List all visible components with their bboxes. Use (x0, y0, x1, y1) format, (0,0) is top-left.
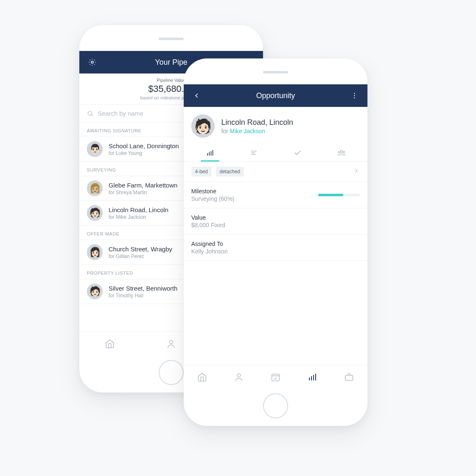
tab-briefcase-icon[interactable] (344, 372, 354, 382)
avatar: 👨🏻 (87, 141, 103, 157)
back-icon[interactable] (190, 92, 203, 99)
tab-people-icon[interactable] (319, 144, 363, 161)
svg-point-1 (88, 111, 92, 115)
svg-point-7 (354, 95, 355, 96)
tab-overview-icon[interactable] (188, 144, 232, 161)
svg-rect-26 (345, 375, 353, 380)
phone-speaker (263, 71, 288, 73)
home-button[interactable] (159, 360, 184, 385)
svg-point-18 (343, 151, 344, 153)
svg-point-8 (354, 97, 355, 98)
value-label: Value (191, 214, 360, 221)
tab-notes-icon[interactable] (232, 144, 276, 161)
tab-stats-icon[interactable] (307, 372, 317, 382)
svg-point-0 (91, 61, 94, 63)
tab-tasks-icon[interactable] (276, 144, 319, 161)
search-icon (87, 110, 94, 117)
item-sub: for Mike Jackson (109, 214, 168, 220)
phone-speaker (159, 38, 184, 40)
assigned-block[interactable]: Assigned To Kelly Johnson (184, 235, 367, 261)
gear-icon[interactable] (86, 58, 99, 66)
svg-point-17 (338, 151, 340, 153)
opportunity-title: Lincoln Road, Lincoln (221, 118, 293, 127)
tab-home-icon[interactable] (105, 339, 115, 349)
tab-person-icon[interactable] (234, 372, 244, 382)
avatar: 🧑🏻 (87, 284, 103, 299)
value-block[interactable]: Value $8,000 Fixed (184, 208, 367, 235)
item-title: School Lane, Donnington (109, 142, 179, 149)
item-sub: for Luke Young (109, 150, 179, 156)
tag: detached (216, 167, 244, 177)
more-icon[interactable] (348, 92, 361, 99)
contact-link[interactable]: Mike Jackson (230, 128, 265, 134)
milestone-value: Surveying (60%) (191, 195, 235, 202)
progress-bar (318, 194, 343, 196)
item-title: Silver Street, Benniworth (109, 285, 177, 292)
search-placeholder: Search by name (98, 110, 143, 117)
tab-calendar-icon[interactable] (271, 372, 281, 382)
svg-point-19 (237, 374, 241, 377)
value-text: $8,000 Fixed (191, 222, 360, 228)
progress-track (318, 194, 360, 196)
item-sub: for Shreya Martin (109, 190, 177, 195)
svg-point-6 (354, 93, 355, 94)
avatar: 🧑🏻 (87, 205, 103, 221)
tag: 4-bed (191, 167, 212, 177)
assigned-label: Assigned To (191, 241, 360, 247)
chevron-right-icon (352, 167, 360, 176)
assigned-value: Kelly Johnson (191, 248, 360, 255)
svg-point-3 (170, 340, 173, 344)
tab-person-icon[interactable] (166, 339, 176, 349)
item-title: Lincoln Road, Lincoln (109, 206, 168, 213)
segment-tabs (184, 144, 367, 162)
avatar: 🧑🏻 (191, 114, 215, 138)
opportunity-content: 🧑🏻 Lincoln Road, Lincoln for Mike Jackso… (184, 107, 367, 365)
for-prefix: for (221, 128, 230, 134)
milestone-block[interactable]: Milestone Surveying (60%) (184, 182, 367, 208)
opportunity-header: 🧑🏻 Lincoln Road, Lincoln for Mike Jackso… (184, 107, 367, 144)
tabbar (184, 365, 367, 388)
page-title: Opportunity (203, 91, 348, 100)
svg-line-2 (91, 115, 93, 116)
svg-rect-20 (272, 374, 279, 381)
tags-row[interactable]: 4-bed detached (184, 162, 367, 182)
phone-opportunity: Opportunity 🧑🏻 Lincoln Road, Lincoln for… (184, 58, 367, 426)
milestone-label: Milestone (191, 188, 235, 195)
avatar: 👩🏻 (87, 244, 103, 260)
opportunity-for: for Mike Jackson (221, 128, 293, 134)
navbar-opportunity: Opportunity (184, 84, 367, 107)
item-title: Glebe Farm, Markettown (109, 182, 177, 189)
avatar: 👩🏼 (87, 180, 103, 196)
tab-home-icon[interactable] (197, 372, 207, 382)
home-button[interactable] (263, 393, 288, 418)
item-sub: for Gillian Perez (109, 253, 172, 259)
item-sub: for Timothy Hall (109, 293, 177, 299)
item-title: Church Street, Wragby (109, 246, 172, 253)
svg-point-16 (340, 150, 342, 152)
